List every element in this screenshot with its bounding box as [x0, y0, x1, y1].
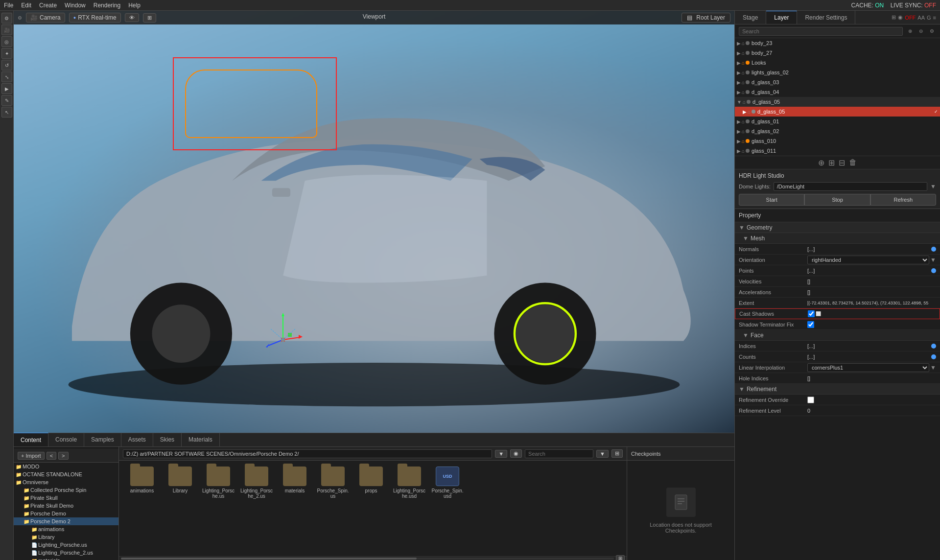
layer-icon-2[interactable]: ◉ [898, 14, 903, 21]
tree-animations[interactable]: 📁 animations [14, 525, 118, 533]
layer-body-27[interactable]: ▶ ⌂ body_27 [735, 48, 940, 58]
tab-layer[interactable]: Layer [766, 11, 797, 24]
tree-porsche-demo-2[interactable]: 📁 Porsche Demo 2 [14, 517, 118, 525]
file-item-porsche-spin-usd[interactable]: USD Porsche_Spin.usd [430, 467, 465, 499]
section-refinement[interactable]: ▼ Refinement [735, 384, 940, 395]
section-face[interactable]: ▼ Face [735, 330, 940, 341]
layer-body-23[interactable]: ▶ ⌂ body_23 [735, 38, 940, 48]
hdr-start-button[interactable]: Start [739, 194, 804, 206]
layer-d-glass-04[interactable]: ▶ ⌂ d_glass_04 [735, 87, 940, 97]
tab-materials[interactable]: Materials [182, 433, 220, 446]
import-button[interactable]: + Import [18, 452, 45, 460]
eye-button[interactable]: 👁 [125, 13, 139, 22]
layer-glass-011[interactable]: ▶ ⌂ glass_011 [735, 146, 940, 156]
tab-console[interactable]: Console [48, 433, 84, 446]
menu-rendering[interactable]: Rendering [94, 2, 120, 9]
toolbar-move-btn[interactable]: ✦ [1, 48, 12, 59]
file-search-input[interactable] [525, 449, 593, 458]
section-geometry[interactable]: ▼ Geometry [735, 222, 940, 233]
menu-edit[interactable]: Edit [21, 2, 31, 9]
hdr-stop-button[interactable]: Stop [804, 194, 870, 206]
tree-porsche-demo[interactable]: 📁 Porsche Demo [14, 510, 118, 517]
tree-omniverse[interactable]: 📁 Omniverse [14, 478, 118, 486]
nav-back-btn[interactable]: < [47, 452, 56, 460]
layer-merge-icon[interactable]: ⊞ [828, 158, 835, 167]
layer-search-input[interactable] [739, 27, 903, 36]
tree-pirate-skull-demo[interactable]: 📁 Pirate Skull Demo [14, 502, 118, 510]
layer-d-glass-01[interactable]: ▶ ⌂ d_glass_01 [735, 117, 940, 126]
layer-d-glass-05-selected[interactable]: ▶ ⌂ d_glass_05 ✓ [735, 107, 940, 117]
layer-flatten-icon[interactable]: ⊟ [839, 158, 845, 167]
layer-d-glass-02[interactable]: ▶ ⌂ d_glass_02 [735, 126, 940, 136]
rtx-button[interactable]: ● RTX Real-time [69, 13, 121, 23]
toolbar-play-btn[interactable]: ▶ [1, 83, 12, 94]
toolbar-draw-btn[interactable]: ✎ [1, 95, 12, 106]
shadow-terminator-checkbox[interactable] [807, 321, 814, 328]
tab-stage[interactable]: Stage [735, 11, 766, 24]
file-item-props[interactable]: props [354, 467, 388, 499]
cast-shadows-checkbox[interactable] [808, 310, 815, 317]
layer-looks[interactable]: ▶ ⌂ Looks [735, 58, 940, 68]
viewport[interactable]: ⚙ 🎥 Camera ● RTX Real-time 👁 ⊞ ▤ Root La… [14, 11, 734, 433]
tree-modo[interactable]: 📁 MODO [14, 463, 118, 470]
layer-menu-btn[interactable]: ≡ [933, 15, 936, 21]
tree-materials[interactable]: 📁 materials [14, 557, 118, 560]
file-item-materials[interactable]: materials [278, 467, 312, 499]
tree-octane[interactable]: 📁 OCTANE STANDALONE [14, 470, 118, 478]
layer-settings-btn[interactable]: ⚙ [927, 27, 936, 36]
camera-button[interactable]: 🎥 Camera [26, 13, 65, 23]
layer-glass-010[interactable]: ▶ ⌂ glass_010 [735, 136, 940, 146]
file-item-lighting-porsche-2-us[interactable]: Lighting_Porsche_2.us [239, 467, 274, 499]
toolbar-select-btn[interactable]: ↖ [1, 107, 12, 117]
menu-window[interactable]: Window [65, 2, 86, 9]
tab-assets[interactable]: Assets [121, 433, 153, 446]
file-item-lighting-porsche-usd[interactable]: Lighting_Porsche.usd [392, 467, 426, 499]
orientation-select[interactable]: rightHanded leftHanded [807, 256, 929, 264]
tree-pirate-skull[interactable]: 📁 Pirate Skull [14, 494, 118, 502]
section-mesh[interactable]: ▼ Mesh [735, 233, 940, 244]
linear-interp-dropdown[interactable]: ▼ [930, 364, 936, 371]
tab-render-settings[interactable]: Render Settings [797, 11, 855, 24]
menu-file[interactable]: File [4, 2, 13, 9]
layer-remove-btn[interactable]: ⊖ [916, 27, 925, 36]
view-options-btn[interactable]: ⊞ [611, 449, 623, 458]
grid-view-btn[interactable]: ⊞ [616, 555, 625, 560]
hdr-dropdown-arrow[interactable]: ▼ [930, 183, 936, 190]
filter-options-btn[interactable]: ▼ [596, 450, 609, 458]
layer-add-icon[interactable]: ⊕ [818, 158, 824, 167]
layer-g-btn[interactable]: G [927, 15, 931, 21]
nav-forward-btn[interactable]: > [58, 452, 68, 460]
tab-content[interactable]: Content [14, 433, 48, 446]
layer-d-glass-03[interactable]: ▶ ⌂ d_glass_03 [735, 77, 940, 87]
filter-btn[interactable]: ▼ [495, 450, 507, 458]
bookmark-btn[interactable]: ◉ [510, 449, 522, 458]
menu-create[interactable]: Create [39, 2, 57, 9]
linear-interp-select[interactable]: cornersPlus1 [807, 363, 929, 372]
menu-help[interactable]: Help [128, 2, 141, 9]
stereo-button[interactable]: ⊞ [143, 13, 156, 23]
tree-lighting-porsche-2[interactable]: 📄 Lighting_Porsche_2.us [14, 549, 118, 557]
hdr-dome-lights-input[interactable] [774, 182, 927, 191]
file-path-input[interactable] [123, 449, 492, 458]
layer-icon-1[interactable]: ⊞ [892, 14, 896, 21]
tree-lighting-porsche[interactable]: 📄 Lighting_Porsche.us [14, 541, 118, 549]
layer-lights-glass-02[interactable]: ▶ ⌂ lights_glass_02 [735, 68, 940, 77]
refinement-override-checkbox[interactable] [807, 397, 814, 403]
tab-skies[interactable]: Skies [153, 433, 182, 446]
tab-samples[interactable]: Samples [84, 433, 121, 446]
file-item-library[interactable]: Library [163, 467, 197, 499]
toolbar-camera-btn[interactable]: 🎥 [1, 24, 12, 35]
layer-d-glass-05-parent[interactable]: ▼ ⌂ d_glass_05 [735, 97, 940, 107]
toolbar-scale-btn[interactable]: ⤡ [1, 71, 12, 82]
hdr-refresh-button[interactable]: Refresh [870, 194, 936, 206]
tree-library[interactable]: 📁 Library [14, 533, 118, 541]
toolbar-settings-btn[interactable]: ⚙ [1, 13, 12, 23]
file-item-animations[interactable]: animations [125, 467, 159, 499]
orientation-dropdown[interactable]: ▼ [930, 257, 936, 263]
root-layer-button[interactable]: ▤ Root Layer [682, 13, 730, 23]
layer-delete-icon[interactable]: 🗑 [849, 158, 857, 167]
toolbar-target-btn[interactable]: ◎ [1, 36, 12, 47]
layer-add-btn[interactable]: ⊕ [906, 27, 915, 36]
toolbar-rotate-btn[interactable]: ↺ [1, 60, 12, 70]
file-item-lighting-porsche-us[interactable]: Lighting_Porsche.us [201, 467, 235, 499]
